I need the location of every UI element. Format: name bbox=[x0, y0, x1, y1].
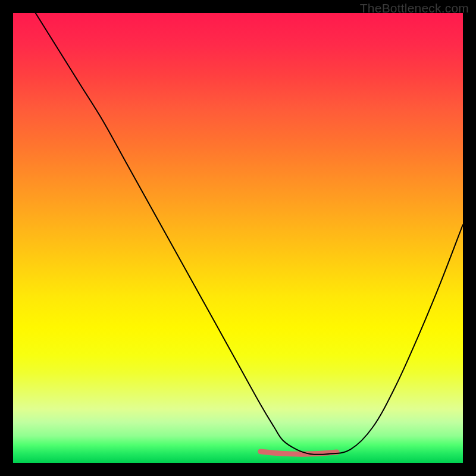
watermark-label: TheBottleneck.com bbox=[360, 1, 469, 15]
chart-svg bbox=[13, 13, 463, 463]
bottleneck-curve bbox=[13, 0, 463, 455]
chart-plot-area bbox=[13, 13, 463, 463]
